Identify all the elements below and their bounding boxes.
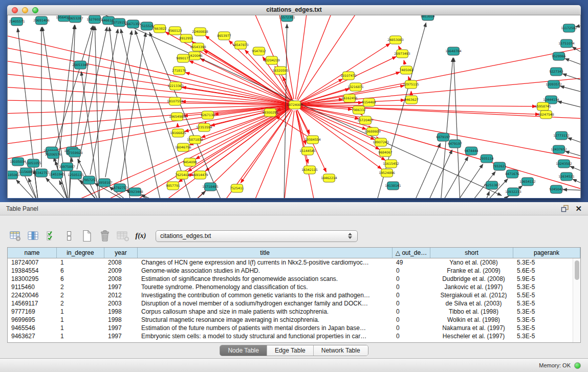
graph-node[interactable]: 19105034 [10,158,26,166]
graph-node[interactable]: 9560123 [168,27,182,35]
graph-node[interactable]: 9227343 [549,68,563,76]
graph-node[interactable]: 19384554 [304,136,321,144]
table-cell-short[interactable]: Jankovic et al. (1997) [430,283,513,291]
graph-node[interactable]: 8912955 [179,34,193,42]
table-source-select[interactable]: citations_edges.txt [156,230,358,242]
table-cell-short[interactable]: Franke et al. (2009) [430,267,513,275]
column-header-short[interactable]: short [430,248,513,258]
table-cell-pagerank[interactable]: 5.3E-5 [513,258,573,267]
table-cell-title[interactable]: Estimation of significance thresholds fo… [138,275,393,283]
graph-node[interactable]: 20691406 [33,16,50,25]
table-cell-year[interactable]: 1998 [104,316,138,324]
graph-node[interactable]: 15958745 [535,102,551,111]
graph-node[interactable]: 11634521 [558,172,575,181]
table-cell-out_degree[interactable]: 0 [393,267,430,275]
graph-node[interactable]: 6479197 [448,140,462,148]
graph-node[interactable]: 9684067 [378,148,393,157]
graph-node[interactable]: 12437652 [551,145,567,154]
graph-node[interactable]: 12975115 [403,80,419,89]
table-cell-year[interactable]: 2003 [104,299,138,308]
table-cell-year[interactable]: 2008 [104,258,138,267]
table-cell-in_degree[interactable]: 6 [57,275,104,283]
column-header-out_degree[interactable]: △ out_de… [393,248,430,258]
table-cell-short[interactable]: Yano et al. (2008) [430,258,513,267]
table-cell-title[interactable]: Changes of HCN gene expression and I(f) … [138,258,393,267]
graph-node[interactable]: 20973493 [394,50,410,58]
graph-node[interactable]: 9463627 [404,96,419,104]
table-cell-out_degree[interactable]: 0 [393,324,430,332]
table-cell-out_degree[interactable]: 49 [393,258,430,267]
graph-node[interactable]: 7663822 [153,25,167,33]
table-cell-year[interactable]: 2009 [104,267,138,275]
column-visibility-icon[interactable] [26,228,40,244]
graph-node[interactable]: 7932621 [492,162,507,170]
table-row[interactable]: 1456911722003Disruption of a novel membe… [8,299,573,308]
delete-table-icon[interactable] [116,228,130,244]
graph-node[interactable]: 7485063 [399,66,413,74]
column-select-checks-icon[interactable] [44,228,58,244]
new-document-icon[interactable] [80,228,94,244]
table-row[interactable]: 977716911998Corpus callosum shape and si… [8,308,573,316]
window-close-button[interactable] [12,7,18,13]
table-cell-in_degree[interactable]: 1 [57,324,104,332]
table-cell-name[interactable]: 9699695 [8,316,57,324]
graph-node[interactable]: 17957253 [81,176,97,184]
graph-node[interactable]: 18300295 [262,108,278,117]
table-cell-short[interactable]: de Silva et al. (2003) [430,299,513,308]
graph-node[interactable]: 10462214 [321,174,337,182]
table-cell-in_degree[interactable]: 2 [57,291,104,299]
window-titlebar[interactable]: citations_edges.txt [7,5,581,15]
table-cell-year[interactable]: 1997 [104,324,138,332]
table-cell-in_degree[interactable]: 1 [57,258,104,267]
column-header-in_degree[interactable]: in_degree [57,248,104,258]
graph-node[interactable]: 10654112 [519,178,536,186]
graph-node[interactable]: 10719155 [111,18,127,27]
graph-node[interactable]: 22400818 [192,28,208,36]
row-mode-icon[interactable] [62,228,76,244]
table-cell-title[interactable]: Embryonic stem cells: a model to study s… [138,332,393,340]
table-cell-out_degree[interactable]: 0 [393,299,430,308]
tab-node-table[interactable]: Node Table [220,345,267,356]
table-row[interactable]: 969969511998Structural magnetic resonanc… [8,316,573,324]
table-cell-year[interactable]: 1997 [104,332,138,340]
table-cell-title[interactable]: Structural magnetic resonance image aver… [138,316,393,324]
graph-node[interactable]: 21405571 [9,17,25,26]
table-row[interactable]: 1872400712008Changes of HCN gene express… [8,258,573,267]
table-cell-short[interactable]: Tibbo et al. (1998) [430,308,513,316]
graph-node[interactable]: 16251387 [484,181,500,189]
table-cell-short[interactable]: Stergiakouli et al. (2012) [430,291,513,299]
graph-node[interactable]: 12213363 [167,82,184,90]
graph-node[interactable]: 16342115 [301,166,318,174]
graph-node[interactable]: 8653977 [217,32,231,40]
graph-node[interactable]: 19654985 [169,113,185,121]
table-cell-pagerank[interactable]: 5.3E-5 [513,332,573,340]
table-row[interactable]: 911546021997Tourette syndrome. Phenomeno… [8,283,573,291]
table-cell-in_degree[interactable]: 6 [57,267,104,275]
float-panel-icon[interactable] [561,205,569,212]
table-cell-name[interactable]: 19384554 [8,267,57,275]
graph-node[interactable]: 16648784 [445,47,462,55]
table-cell-in_degree[interactable]: 1 [57,316,104,324]
graph-node[interactable]: 8471676 [505,170,519,178]
table-cell-pagerank[interactable]: 5.6E-5 [513,267,573,275]
table-options-icon[interactable] [8,228,23,244]
graph-node[interactable]: 9857791 [166,182,180,190]
column-header-title[interactable]: title [138,248,393,258]
graph-node[interactable]: 11615452 [383,160,399,168]
table-cell-name[interactable]: 18300295 [8,275,57,283]
window-minimize-button[interactable] [22,7,28,13]
table-cell-year[interactable]: 2008 [104,275,138,283]
column-header-year[interactable]: year [104,248,138,258]
graph-node[interactable]: 15871834 [187,136,203,144]
table-cell-name[interactable]: 9115460 [8,283,57,291]
graph-node[interactable]: 16671355 [125,20,141,28]
table-cell-pagerank[interactable]: 5.3E-5 [513,283,573,291]
graph-node[interactable]: 16543398 [190,43,206,51]
graph-node[interactable]: 18724007 [287,101,303,109]
network-window[interactable]: citations_edges.txt 21405571206914061956… [7,5,581,199]
table-cell-pagerank[interactable]: 5.9E-5 [513,275,573,283]
graph-node[interactable]: 8267130 [201,111,215,119]
graph-node[interactable]: 2718170 [172,67,186,75]
table-cell-pagerank[interactable]: 5.3E-5 [513,308,573,316]
table-cell-title[interactable]: Investigating the contribution of common… [138,291,393,299]
